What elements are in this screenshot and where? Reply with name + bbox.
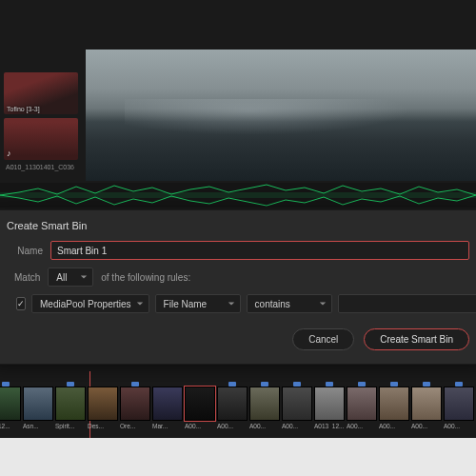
clip-filename: A010_11301401_C036: [4, 164, 77, 170]
match-prefix: Match: [14, 272, 40, 283]
media-clip[interactable]: Tofino [3-3]: [4, 72, 78, 114]
rule-enabled-checkbox[interactable]: [16, 297, 26, 310]
rule-value-input[interactable]: [338, 294, 476, 313]
source-viewer[interactable]: [86, 50, 476, 181]
dialog-title: Create Smart Bin: [7, 220, 469, 231]
rule-operator-value: contains: [255, 299, 290, 309]
timeline-clip-thumb: [379, 387, 409, 421]
timeline-clip-label: Ore...: [120, 423, 150, 429]
timeline-clip-label: Spirit...: [55, 423, 86, 429]
chevron-down-icon: [319, 299, 327, 309]
rule-property-group-select[interactable]: MediaPool Properties: [31, 294, 149, 313]
timeline-clip-label: A012...: [0, 423, 21, 429]
timeline-clip-label: A00...: [282, 423, 312, 429]
timeline-clip-label: A00...: [347, 423, 377, 429]
timeline-clip-thumb: [55, 387, 86, 421]
chevron-down-icon: [136, 299, 144, 309]
timeline-clip-thumb: [314, 387, 345, 421]
timeline-clip[interactable]: A00...: [379, 387, 409, 429]
timeline-clip-thumb: [444, 387, 474, 421]
chevron-down-icon: [228, 299, 235, 309]
viewer-image: [86, 50, 476, 181]
timeline-clip-label: A00...: [411, 423, 442, 429]
rule-property-group-value: MediaPool Properties: [40, 299, 131, 309]
name-label: Name: [7, 246, 43, 256]
timeline-clip-label: Asn...: [23, 423, 53, 429]
timeline-clip[interactable]: A00...: [185, 387, 215, 429]
timeline-clip-thumb: [347, 387, 377, 421]
svg-rect-0: [0, 192, 476, 198]
create-smart-bin-button[interactable]: Create Smart Bin: [364, 328, 469, 350]
timeline-clip[interactable]: A00...: [411, 387, 442, 429]
rule-row: MediaPool Properties File Name contains …: [7, 294, 469, 313]
chevron-down-icon: [80, 272, 88, 283]
timeline-clip-thumb: [249, 387, 280, 421]
match-mode-value: All: [56, 272, 67, 283]
timeline-clip-label: A00...: [444, 423, 474, 429]
timeline-clip[interactable]: Asn...: [23, 387, 53, 429]
timeline-clip-label: A00...: [217, 423, 248, 429]
cancel-button[interactable]: Cancel: [292, 328, 354, 350]
timeline-clip[interactable]: A00...: [217, 387, 248, 429]
timeline-clip-thumb: [23, 387, 53, 421]
timeline-clip-label: Des...: [88, 423, 118, 429]
music-note-icon: ♪: [7, 149, 11, 158]
rule-property-value: File Name: [164, 299, 208, 309]
name-input[interactable]: [50, 241, 469, 260]
timeline-clip-thumb: [0, 387, 21, 421]
timeline-clip[interactable]: A013_12...: [314, 387, 345, 429]
timeline-clip-thumb: [411, 387, 442, 421]
media-clip[interactable]: ♪: [4, 118, 78, 160]
rule-property-select[interactable]: File Name: [155, 294, 241, 313]
workspace: Tofino [3-3] ♪ A010_11301401_C036 Create…: [0, 0, 476, 476]
match-mode-select[interactable]: All: [48, 268, 93, 287]
timeline-clip[interactable]: Mar...: [152, 387, 183, 429]
timeline-clip-label: A00...: [379, 423, 409, 429]
timeline-clip-thumb: [152, 387, 183, 421]
timeline-clip[interactable]: A00...: [347, 387, 377, 429]
create-smart-bin-dialog: Create Smart Bin Name Match All of the f…: [0, 209, 476, 365]
audio-waveform[interactable]: [0, 183, 476, 208]
timeline-clip-thumb: [120, 387, 150, 421]
timeline-clip[interactable]: A00...: [444, 387, 474, 429]
timeline-clip[interactable]: A012...: [0, 387, 21, 429]
timeline-clip[interactable]: Spirit...: [55, 387, 86, 429]
timeline-clip-label: A00...: [185, 423, 215, 429]
timeline-clip-label: Mar...: [152, 423, 183, 429]
bottom-margin: [0, 438, 476, 476]
media-pool-panel: Tofino [3-3] ♪ A010_11301401_C036: [0, 69, 81, 174]
timeline-clip[interactable]: A00...: [282, 387, 312, 429]
timeline-clip-thumb: [185, 387, 215, 421]
rule-operator-select[interactable]: contains: [247, 294, 332, 313]
timeline-clip-label: A00...: [249, 423, 280, 429]
timeline-clip[interactable]: Ore...: [120, 387, 150, 429]
timeline-clip-thumb: [282, 387, 312, 421]
timeline-clip-thumb: [217, 387, 248, 421]
timeline-clip[interactable]: Des...: [88, 387, 118, 429]
match-suffix: of the following rules:: [101, 272, 190, 283]
clip-label: Tofino [3-3]: [7, 106, 40, 112]
timeline-clip-label: A013_12...: [314, 423, 345, 429]
timeline-thumbnails[interactable]: A012...Asn...Spirit...Des...Ore...Mar...…: [0, 387, 476, 438]
timeline-clip[interactable]: A00...: [249, 387, 280, 429]
timeline-clip-thumb: [88, 387, 118, 421]
